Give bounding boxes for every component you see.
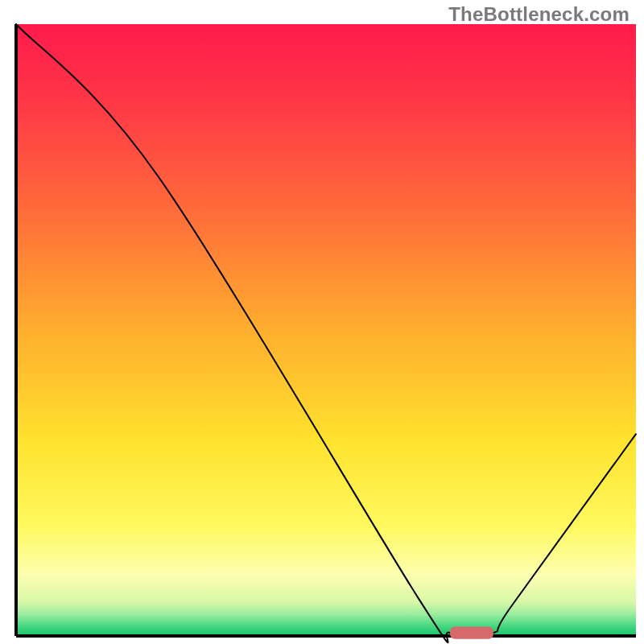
bottleneck-chart	[0, 0, 644, 644]
optimal-marker	[450, 627, 493, 639]
plot-background	[16, 24, 636, 636]
chart-frame: TheBottleneck.com	[0, 0, 644, 644]
watermark-text: TheBottleneck.com	[448, 3, 630, 26]
